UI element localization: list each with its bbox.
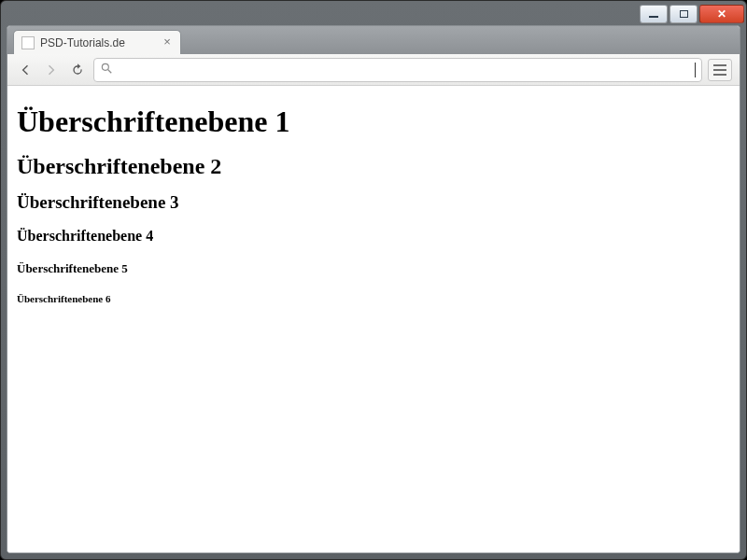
back-button[interactable] [15, 60, 35, 80]
menu-button[interactable] [708, 59, 732, 81]
browser-chrome: PSD-Tutorials.de × [7, 25, 740, 553]
heading-level-2: Überschriftenebene 2 [17, 154, 730, 179]
svg-point-0 [102, 63, 108, 70]
heading-level-3: Überschriftenebene 3 [17, 192, 730, 213]
browser-window: PSD-Tutorials.de × [0, 0, 747, 560]
window-minimize-button[interactable] [640, 5, 668, 23]
heading-level-4: Überschriftenebene 4 [17, 228, 730, 245]
page-content: Überschriftenebene 1 Überschriftenebene … [7, 86, 740, 336]
page-viewport[interactable]: Überschriftenebene 1 Überschriftenebene … [7, 86, 740, 553]
reload-icon [70, 63, 85, 77]
heading-level-6: Überschriftenebene 6 [17, 293, 730, 304]
tab-strip[interactable]: PSD-Tutorials.de × [7, 26, 740, 54]
address-bar[interactable] [93, 58, 702, 82]
window-maximize-button[interactable] [669, 5, 698, 23]
svg-line-1 [108, 69, 112, 73]
tab-active[interactable]: PSD-Tutorials.de × [13, 30, 181, 54]
search-icon [100, 62, 113, 78]
tab-close-icon[interactable]: × [162, 36, 173, 48]
heading-level-1: Überschriftenebene 1 [17, 105, 730, 139]
arrow-left-icon [18, 63, 33, 77]
window-buttons [640, 3, 744, 23]
hamburger-icon [713, 64, 726, 66]
reload-button[interactable] [67, 60, 88, 80]
heading-level-5: Überschriftenebene 5 [17, 261, 730, 276]
forward-button[interactable] [41, 60, 62, 80]
toolbar [7, 54, 740, 86]
page-icon [21, 36, 35, 49]
window-titlebar[interactable] [1, 1, 746, 25]
url-input[interactable] [119, 62, 688, 77]
text-caret [695, 63, 696, 77]
tab-title: PSD-Tutorials.de [40, 36, 125, 49]
arrow-right-icon [44, 63, 59, 77]
window-close-button[interactable] [699, 5, 744, 23]
